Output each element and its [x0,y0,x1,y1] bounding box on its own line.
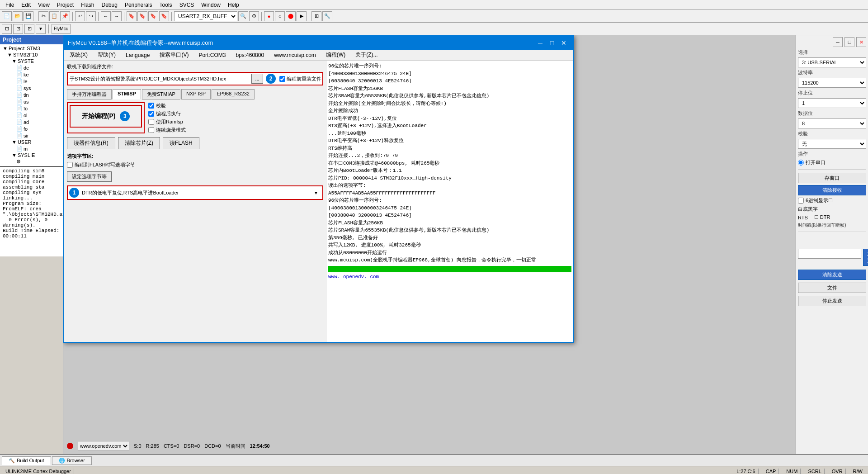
flymcu-menu-port[interactable]: Port:COM3 [196,51,228,59]
menu-edit[interactable]: Edit [18,1,34,9]
tab-build-output[interactable]: 🔨 Build Output [2,456,51,465]
flymcu-menu-help[interactable]: 帮助(Y) [95,50,118,60]
toolbar-window[interactable]: ⊞ [311,11,321,21]
tab-stmiap[interactable]: 免费STMIAP [142,89,180,100]
toolbar-tool[interactable]: 🔧 [322,11,332,21]
tree-item-tin[interactable]: 📄tin [14,91,62,98]
menu-file[interactable]: File [2,1,18,9]
toolbar2-btn1[interactable]: ⊡ [2,24,12,34]
toolbar-undo[interactable]: ↩ [75,11,85,21]
read-flash-btn[interactable]: 读FLASH [163,137,199,149]
rs-data-select[interactable]: 8 [798,118,866,128]
tab-browser[interactable]: 🌐 Browser [52,456,92,465]
toolbar-book1[interactable]: 🔖 [127,11,137,21]
flymcu-minimize-btn[interactable]: ─ [534,38,546,48]
toolbar-book4[interactable]: 🔖 [159,11,169,21]
tree-item-gear[interactable]: ⚙ [14,158,62,165]
tree-item-fo2[interactable]: 📄fo [14,125,62,132]
rs-stop-send-btn[interactable]: 停止发送 [798,296,866,306]
toolbar-combo[interactable]: USART2_RX_BUFF [174,11,237,21]
tree-item-us[interactable]: 📄us [14,98,62,105]
flymcu-menu-search[interactable]: 搜索串口(V) [157,50,191,60]
dropdown-input[interactable] [82,188,311,198]
menu-project[interactable]: Project [53,1,77,9]
clear-chip-btn[interactable]: 清除芯片(Z) [118,137,160,149]
tree-item-user[interactable]: ▼USER [10,139,62,145]
menu-flash[interactable]: Flash [77,1,98,9]
rs-parity-select[interactable]: 无 [798,139,866,149]
toolbar-search[interactable]: 🔍 [238,11,248,21]
toolbar-copy[interactable]: 📋 [49,11,59,21]
tree-item-sys[interactable]: 📄sys [14,85,62,91]
toolbar-book2[interactable]: 🔖 [137,11,147,21]
toolbar-cut[interactable]: ✂ [38,11,48,21]
toolbar-settings[interactable]: ⚙ [249,11,259,21]
tree-item-de[interactable]: 📄de [14,64,62,71]
flymcu-menu-system[interactable]: 系统(X) [67,50,90,60]
toolbar-open[interactable]: 📂 [13,11,23,21]
flymcu-menu-program[interactable]: 编程(W) [323,50,348,60]
toolbar-run[interactable]: ▶ [297,11,307,21]
toolbar-nav-fwd[interactable]: → [112,11,122,21]
read-device-btn[interactable]: 读器件信息(R) [67,137,115,149]
toolbar-book3[interactable]: 🔖 [148,11,158,21]
tree-item-le[interactable]: 📄le [14,78,62,85]
flymcu-maximize-btn[interactable]: □ [546,38,558,48]
rs-baud-select[interactable]: 115200 [798,78,866,88]
tree-item-syslie[interactable]: ▼SYSLIE [10,152,62,158]
toolbar2-btn4[interactable]: ▼ [36,24,46,34]
menu-debug[interactable]: Debug [98,1,121,9]
rs-recv-window-btn[interactable]: 存窗口 [798,173,866,183]
rs-op-radio[interactable] [798,160,804,166]
tree-item-sir[interactable]: 📄sir [14,132,62,139]
flymcu-close-btn[interactable]: ✕ [558,38,570,48]
rs-send-input[interactable] [798,249,861,259]
tree-item-ad[interactable]: 📄ad [14,118,62,125]
rs-close-btn[interactable]: ✕ [856,37,866,47]
file-browse-btn[interactable]: ... [251,74,263,84]
tab-stmisp[interactable]: STMISP [113,89,141,100]
flymcu-menu-bps[interactable]: bps:460800 [233,51,267,59]
rs-port-select[interactable]: 3: USB-SERIAL [798,57,866,67]
check-exec-input[interactable] [148,111,154,117]
toolbar-save[interactable]: 💾 [24,11,33,21]
tree-item-m[interactable]: 📄m [14,145,62,152]
menu-window[interactable]: Window [198,1,224,9]
tab-wanyu[interactable]: 手持万用编程器 [67,89,112,100]
menu-help[interactable]: Help [224,1,243,9]
check-ramisp-input[interactable] [148,119,154,125]
toolbar-stop[interactable]: ⬤ [286,11,296,21]
options-flash-checkbox[interactable] [67,162,73,168]
toolbar-red-dot[interactable]: ● [264,11,274,21]
rs-minimize-btn[interactable]: ─ [833,37,843,47]
rs-hex-checkbox[interactable] [798,198,804,204]
dropdown-arrow-icon[interactable]: ▼ [314,190,321,195]
menu-tools[interactable]: Tools [156,1,176,9]
menu-svcs[interactable]: SVCS [176,1,198,9]
rs-send-file-btn[interactable]: 文件 [798,283,866,293]
rs-send-btn[interactable]: 发送 [863,249,868,266]
tab-ep968[interactable]: EP968_RS232 [212,89,255,100]
rs-clear-send-btn[interactable]: 清除发送 [798,270,866,280]
options-set-btn[interactable]: 设定选项字节等 [67,171,112,182]
menu-peripherals[interactable]: Peripherals [121,1,156,9]
tree-item-stm32[interactable]: ▼STM32F10 [5,52,62,58]
start-prog-btn[interactable]: 开始编程(P) 3 [70,105,142,128]
file-path-input[interactable] [69,75,251,82]
flymcu-menu-www[interactable]: www.mcuisp.com [271,51,319,59]
toolbar-paste[interactable]: 📌 [60,11,70,21]
toolbar2-btn3[interactable]: ⊡ [24,24,34,34]
rs-clear-recv-btn[interactable]: 清除接收 [798,185,866,195]
rs-stop-select[interactable]: 1 [798,98,866,108]
toolbar-circle[interactable]: ○ [275,11,285,21]
rs-maximize-btn[interactable]: □ [844,37,854,47]
flymcu-menu-language[interactable]: Language [123,51,152,59]
tree-item-ke[interactable]: 📄ke [14,71,62,78]
reload-checkbox[interactable] [279,76,285,82]
toolbar2-flymcu[interactable]: FlyMcu [52,24,71,34]
tree-item-fo[interactable]: 📄fo [14,105,62,112]
toolbar-nav-back[interactable]: ← [101,11,111,21]
tree-item-ol[interactable]: 📄ol [14,112,62,118]
toolbar-redo[interactable]: ↪ [86,11,96,21]
check-continuous-input[interactable] [148,127,154,133]
